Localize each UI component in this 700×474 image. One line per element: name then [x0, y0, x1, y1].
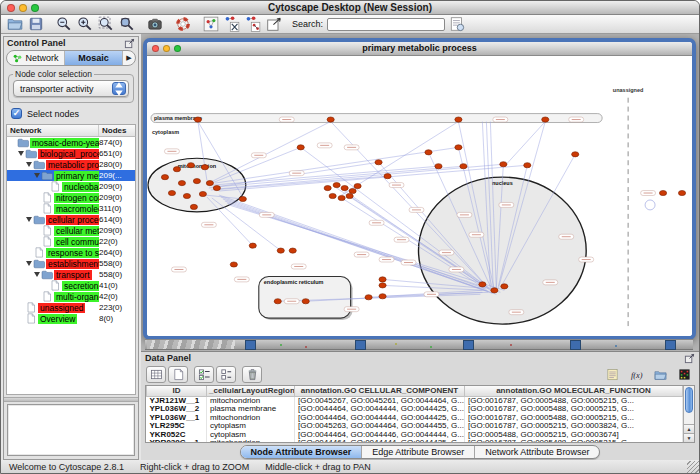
graph-node[interactable] — [375, 160, 382, 165]
resize-grip[interactable] — [687, 461, 699, 473]
tree-column-nodes[interactable]: Nodes — [99, 125, 135, 136]
tree-row-mosaic-demo-yeast[interactable]: mosaic-demo-yeast874(0) — [7, 137, 135, 148]
graph-node[interactable] — [274, 299, 281, 304]
graph-node[interactable] — [479, 282, 486, 287]
graph-node[interactable] — [193, 179, 200, 184]
minimized-view-icon[interactable] — [570, 340, 581, 350]
graph-node[interactable] — [190, 204, 197, 209]
tree-column-network[interactable]: Network — [7, 125, 99, 136]
graph-node[interactable] — [384, 174, 391, 179]
tab-network[interactable]: Network — [7, 51, 65, 65]
graph-node[interactable] — [379, 283, 386, 288]
minimized-view-icon[interactable] — [665, 340, 676, 350]
graph-node[interactable] — [678, 190, 685, 195]
graph-node[interactable] — [277, 248, 284, 253]
graph-node[interactable] — [659, 190, 666, 195]
function-button[interactable]: f(x) — [626, 366, 646, 383]
annotation-icon[interactable] — [266, 16, 282, 32]
tree-row-cellular-metabo[interactable]: cellular metabo209(0) — [7, 225, 135, 236]
graph-node[interactable] — [455, 117, 462, 122]
expand-triangle-icon[interactable] — [33, 272, 41, 277]
graph-node[interactable] — [173, 167, 180, 172]
graph-node[interactable] — [365, 295, 372, 300]
notes-button[interactable] — [602, 366, 622, 383]
expand-triangle-icon[interactable] — [33, 173, 41, 178]
scroll-down-icon[interactable]: ▼ — [684, 433, 694, 442]
close-window-icon[interactable] — [7, 4, 15, 12]
zoom-selected-icon[interactable] — [119, 16, 135, 32]
open-icon[interactable] — [7, 16, 23, 32]
matrix-button[interactable] — [674, 366, 694, 383]
tree-row-overview[interactable]: Overview8(0) — [7, 313, 135, 324]
column-header[interactable]: ID — [147, 386, 207, 396]
graph-node[interactable] — [500, 162, 507, 167]
graph-node[interactable] — [168, 190, 175, 195]
tree-row-transport[interactable]: transport558(0) — [7, 269, 135, 280]
column-header[interactable]: annotation.GO CELLULAR_COMPONENT — [295, 386, 465, 396]
graph-node[interactable] — [491, 288, 498, 293]
layout-b-icon[interactable] — [245, 16, 261, 32]
minimized-view-icon[interactable] — [463, 340, 474, 350]
zoom-window-icon[interactable] — [31, 4, 39, 12]
table-vertical-scrollbar[interactable]: ▲ ▼ — [683, 386, 694, 442]
graph-node[interactable] — [206, 181, 213, 186]
graph-node[interactable] — [187, 163, 194, 168]
graph-node[interactable] — [333, 182, 340, 187]
table-row[interactable]: YKR052Ccytoplasm[GO:0044464, GO:0044446,… — [147, 431, 683, 440]
matrix-icon[interactable] — [678, 368, 691, 381]
graph-node[interactable] — [239, 196, 246, 201]
tree-row-establishment-of-lo[interactable]: establishment of lo558(0) — [7, 258, 135, 269]
tab-mosaic[interactable]: Mosaic — [65, 51, 123, 65]
expand-triangle-icon[interactable] — [25, 261, 33, 266]
attr-table-button[interactable] — [146, 366, 166, 383]
import-icon[interactable] — [654, 368, 667, 381]
graph-node[interactable] — [324, 185, 331, 190]
tree-row-unassigned[interactable]: unassigned223(0) — [7, 302, 135, 313]
overview-icon[interactable] — [203, 16, 219, 32]
graph-node[interactable] — [346, 193, 353, 198]
panel-splitter[interactable] — [4, 397, 138, 402]
table-row[interactable]: YLR295Ccytoplasm[GO:0045263, GO:0044464,… — [147, 422, 683, 431]
graph-node[interactable] — [425, 150, 432, 155]
birds-eye-view[interactable] — [7, 404, 135, 456]
table-row[interactable]: YPL036W__2plasma membrane[GO:0044464, GO… — [147, 405, 683, 414]
tree-row-cell-communicat[interactable]: cell communicat22(0) — [7, 236, 135, 247]
scrollbar-thumb[interactable] — [685, 387, 693, 413]
graph-node[interactable] — [194, 117, 201, 122]
expand-triangle-icon[interactable] — [25, 162, 33, 167]
graph-node[interactable] — [435, 164, 442, 169]
graph-node[interactable] — [379, 277, 386, 282]
graph-node[interactable] — [249, 243, 256, 248]
tab-node-attribute-browser[interactable]: Node Attribute Browser — [241, 446, 362, 458]
column-header[interactable]: _cellularLayoutRegion — [207, 386, 295, 396]
minimize-window-icon[interactable] — [19, 4, 27, 12]
tab-edge-attribute-browser[interactable]: Edge Attribute Browser — [361, 446, 474, 458]
tree-row-nucleobase-[interactable]: nucleobase-209(0) — [7, 181, 135, 192]
minimize-view-icon[interactable] — [163, 45, 170, 52]
column-header[interactable]: annotation.GO MOLECULAR_FUNCTION — [465, 386, 683, 396]
expand-triangle-icon[interactable] — [25, 217, 33, 222]
new-attr-button[interactable] — [168, 366, 188, 383]
graph-node[interactable] — [460, 164, 467, 169]
graph-node[interactable] — [338, 195, 345, 200]
tree-row-response-to-stimulu[interactable]: response to stimulu264(0) — [7, 247, 135, 258]
graph-node[interactable] — [327, 117, 334, 122]
graph-node[interactable] — [297, 145, 304, 150]
tree-row-cellular-process[interactable]: cellular process614(0) — [7, 214, 135, 225]
table-row[interactable]: YJR121W__1mitochondrion[GO:0045267, GO:0… — [147, 396, 683, 405]
graph-node[interactable] — [524, 163, 531, 168]
graph-node[interactable] — [501, 284, 508, 289]
float-panel-icon[interactable] — [684, 353, 695, 364]
tree-row-metabolic-process[interactable]: metabolic process280(0) — [7, 159, 135, 170]
graph-node[interactable] — [455, 145, 462, 150]
table-row[interactable]: YPL036W__1mitochondrion[GO:0044464, GO:0… — [147, 414, 683, 423]
network-canvas[interactable]: plasma membrane cytoplasm mitochondrion … — [147, 56, 692, 336]
tree-row-primary-metabo[interactable]: primary metabo209(... — [7, 170, 135, 181]
close-view-icon[interactable] — [152, 45, 159, 52]
graph-node[interactable] — [230, 262, 237, 267]
graph-node[interactable] — [178, 181, 185, 186]
graph-node[interactable] — [329, 193, 336, 198]
minimized-view-icon[interactable] — [355, 340, 366, 350]
graph-node[interactable] — [354, 183, 361, 188]
delete-attr-icon[interactable] — [246, 368, 259, 381]
